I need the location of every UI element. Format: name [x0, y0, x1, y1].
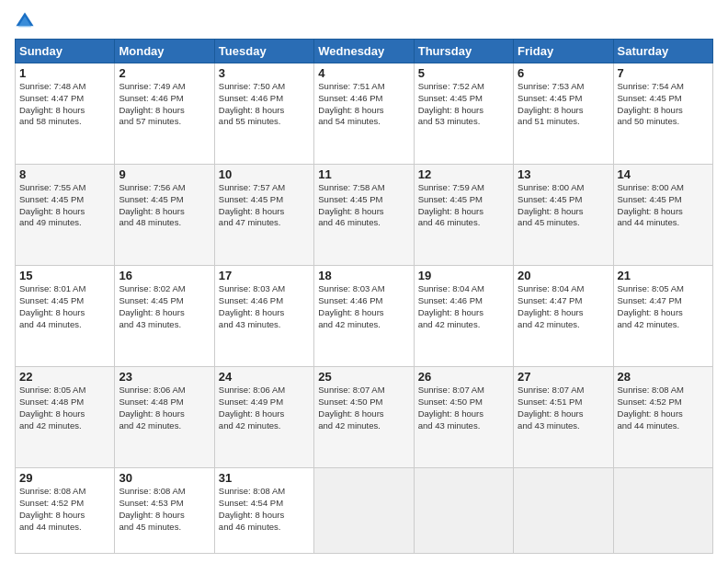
- week-row-3: 15Sunrise: 8:01 AMSunset: 4:45 PMDayligh…: [16, 266, 713, 367]
- calendar-cell: 7Sunrise: 7:54 AMSunset: 4:45 PMDaylight…: [613, 63, 712, 165]
- day-number: 14: [618, 167, 709, 181]
- day-number: 27: [518, 370, 609, 384]
- calendar-cell: 3Sunrise: 7:50 AMSunset: 4:46 PMDaylight…: [214, 63, 313, 165]
- calendar-cell: 27Sunrise: 8:07 AMSunset: 4:51 PMDayligh…: [514, 367, 613, 468]
- cell-details: Sunrise: 7:48 AMSunset: 4:47 PMDaylight:…: [19, 81, 110, 128]
- cell-details: Sunrise: 7:50 AMSunset: 4:46 PMDaylight:…: [219, 81, 310, 128]
- week-row-4: 22Sunrise: 8:05 AMSunset: 4:48 PMDayligh…: [16, 367, 713, 468]
- calendar-cell: [314, 468, 414, 554]
- cell-details: Sunrise: 8:06 AMSunset: 4:49 PMDaylight:…: [219, 385, 310, 431]
- day-number: 13: [518, 167, 609, 181]
- day-number: 2: [119, 66, 210, 80]
- cell-details: Sunrise: 7:55 AMSunset: 4:45 PMDaylight:…: [19, 182, 110, 229]
- calendar-cell: 23Sunrise: 8:06 AMSunset: 4:48 PMDayligh…: [115, 367, 214, 468]
- day-number: 9: [119, 167, 210, 181]
- calendar-cell: 2Sunrise: 7:49 AMSunset: 4:46 PMDaylight…: [115, 63, 214, 165]
- calendar-cell: 30Sunrise: 8:08 AMSunset: 4:53 PMDayligh…: [115, 468, 214, 554]
- day-number: 15: [19, 269, 110, 282]
- day-number: 18: [318, 269, 409, 282]
- day-number: 4: [318, 66, 409, 80]
- day-number: 11: [318, 167, 409, 181]
- calendar-cell: 20Sunrise: 8:04 AMSunset: 4:47 PMDayligh…: [514, 266, 613, 367]
- day-number: 22: [19, 370, 110, 384]
- weekday-header-wednesday: Wednesday: [314, 40, 414, 63]
- calendar-cell: 19Sunrise: 8:04 AMSunset: 4:46 PMDayligh…: [414, 266, 513, 367]
- week-row-5: 29Sunrise: 8:08 AMSunset: 4:52 PMDayligh…: [16, 468, 713, 554]
- calendar-cell: [514, 468, 613, 554]
- calendar-cell: 11Sunrise: 7:58 AMSunset: 4:45 PMDayligh…: [314, 165, 414, 266]
- weekday-header-saturday: Saturday: [613, 40, 712, 63]
- day-number: 29: [19, 471, 110, 485]
- weekday-header-tuesday: Tuesday: [214, 40, 313, 63]
- weekday-header-friday: Friday: [514, 40, 613, 63]
- cell-details: Sunrise: 7:52 AMSunset: 4:45 PMDaylight:…: [418, 81, 509, 128]
- day-number: 30: [119, 471, 210, 485]
- cell-details: Sunrise: 7:59 AMSunset: 4:45 PMDaylight:…: [418, 182, 509, 229]
- day-number: 16: [119, 269, 210, 282]
- cell-details: Sunrise: 7:58 AMSunset: 4:45 PMDaylight:…: [318, 182, 409, 229]
- cell-details: Sunrise: 8:00 AMSunset: 4:45 PMDaylight:…: [618, 182, 709, 229]
- cell-details: Sunrise: 8:01 AMSunset: 4:45 PMDaylight:…: [19, 283, 110, 330]
- page: SundayMondayTuesdayWednesdayThursdayFrid…: [0, 0, 728, 563]
- logo: [15, 11, 39, 31]
- cell-details: Sunrise: 8:04 AMSunset: 4:47 PMDaylight:…: [518, 283, 609, 330]
- cell-details: Sunrise: 8:08 AMSunset: 4:53 PMDaylight:…: [119, 486, 210, 533]
- weekday-header-row: SundayMondayTuesdayWednesdayThursdayFrid…: [16, 40, 713, 63]
- cell-details: Sunrise: 7:57 AMSunset: 4:45 PMDaylight:…: [219, 182, 310, 229]
- calendar-cell: 14Sunrise: 8:00 AMSunset: 4:45 PMDayligh…: [613, 165, 712, 266]
- calendar-cell: 18Sunrise: 8:03 AMSunset: 4:46 PMDayligh…: [314, 266, 414, 367]
- cell-details: Sunrise: 8:08 AMSunset: 4:52 PMDaylight:…: [618, 385, 709, 431]
- cell-details: Sunrise: 8:07 AMSunset: 4:51 PMDaylight:…: [518, 385, 609, 431]
- day-number: 1: [19, 66, 110, 80]
- calendar-cell: 31Sunrise: 8:08 AMSunset: 4:54 PMDayligh…: [214, 468, 313, 554]
- weekday-header-sunday: Sunday: [16, 40, 115, 63]
- calendar-cell: 13Sunrise: 8:00 AMSunset: 4:45 PMDayligh…: [514, 165, 613, 266]
- calendar-cell: 21Sunrise: 8:05 AMSunset: 4:47 PMDayligh…: [613, 266, 712, 367]
- day-number: 20: [518, 269, 609, 282]
- cell-details: Sunrise: 7:54 AMSunset: 4:45 PMDaylight:…: [618, 81, 709, 128]
- cell-details: Sunrise: 8:05 AMSunset: 4:47 PMDaylight:…: [618, 283, 709, 330]
- calendar-cell: [414, 468, 513, 554]
- cell-details: Sunrise: 8:04 AMSunset: 4:46 PMDaylight:…: [418, 283, 509, 330]
- calendar-cell: 16Sunrise: 8:02 AMSunset: 4:45 PMDayligh…: [115, 266, 214, 367]
- cell-details: Sunrise: 8:05 AMSunset: 4:48 PMDaylight:…: [19, 385, 110, 431]
- cell-details: Sunrise: 8:02 AMSunset: 4:45 PMDaylight:…: [119, 283, 210, 330]
- day-number: 7: [618, 66, 709, 80]
- cell-details: Sunrise: 7:51 AMSunset: 4:46 PMDaylight:…: [318, 81, 409, 128]
- cell-details: Sunrise: 7:49 AMSunset: 4:46 PMDaylight:…: [119, 81, 210, 128]
- cell-details: Sunrise: 8:08 AMSunset: 4:54 PMDaylight:…: [219, 486, 310, 533]
- day-number: 5: [418, 66, 509, 80]
- day-number: 26: [418, 370, 509, 384]
- day-number: 24: [219, 370, 310, 384]
- day-number: 17: [219, 269, 310, 282]
- calendar-cell: 25Sunrise: 8:07 AMSunset: 4:50 PMDayligh…: [314, 367, 414, 468]
- day-number: 31: [219, 471, 310, 485]
- day-number: 10: [219, 167, 310, 181]
- calendar-cell: 28Sunrise: 8:08 AMSunset: 4:52 PMDayligh…: [613, 367, 712, 468]
- day-number: 8: [19, 167, 110, 181]
- calendar-cell: 9Sunrise: 7:56 AMSunset: 4:45 PMDaylight…: [115, 165, 214, 266]
- day-number: 25: [318, 370, 409, 384]
- cell-details: Sunrise: 8:06 AMSunset: 4:48 PMDaylight:…: [119, 385, 210, 431]
- cell-details: Sunrise: 7:56 AMSunset: 4:45 PMDaylight:…: [119, 182, 210, 229]
- calendar-cell: 8Sunrise: 7:55 AMSunset: 4:45 PMDaylight…: [16, 165, 115, 266]
- cell-details: Sunrise: 8:03 AMSunset: 4:46 PMDaylight:…: [318, 283, 409, 330]
- day-number: 12: [418, 167, 509, 181]
- cell-details: Sunrise: 8:07 AMSunset: 4:50 PMDaylight:…: [418, 385, 509, 431]
- cell-details: Sunrise: 8:03 AMSunset: 4:46 PMDaylight:…: [219, 283, 310, 330]
- calendar-cell: 22Sunrise: 8:05 AMSunset: 4:48 PMDayligh…: [16, 367, 115, 468]
- day-number: 19: [418, 269, 509, 282]
- week-row-1: 1Sunrise: 7:48 AMSunset: 4:47 PMDaylight…: [16, 63, 713, 165]
- day-number: 6: [518, 66, 609, 80]
- day-number: 23: [119, 370, 210, 384]
- logo-icon: [15, 11, 35, 31]
- calendar-cell: 17Sunrise: 8:03 AMSunset: 4:46 PMDayligh…: [214, 266, 313, 367]
- weekday-header-monday: Monday: [115, 40, 214, 63]
- calendar-cell: 5Sunrise: 7:52 AMSunset: 4:45 PMDaylight…: [414, 63, 513, 165]
- calendar-cell: 10Sunrise: 7:57 AMSunset: 4:45 PMDayligh…: [214, 165, 313, 266]
- calendar-cell: 1Sunrise: 7:48 AMSunset: 4:47 PMDaylight…: [16, 63, 115, 165]
- calendar-cell: 4Sunrise: 7:51 AMSunset: 4:46 PMDaylight…: [314, 63, 414, 165]
- calendar-cell: 12Sunrise: 7:59 AMSunset: 4:45 PMDayligh…: [414, 165, 513, 266]
- calendar-cell: 24Sunrise: 8:06 AMSunset: 4:49 PMDayligh…: [214, 367, 313, 468]
- calendar-cell: 6Sunrise: 7:53 AMSunset: 4:45 PMDaylight…: [514, 63, 613, 165]
